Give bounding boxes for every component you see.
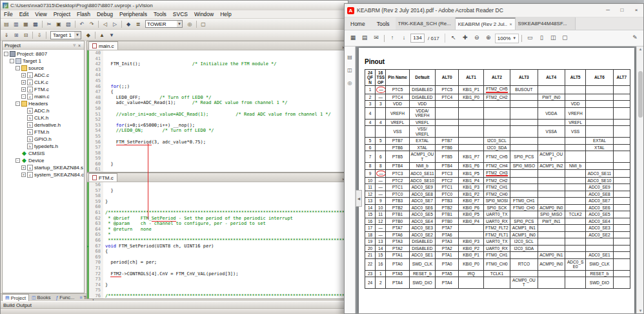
menu-svcs[interactable]: SVCS: [170, 11, 191, 17]
pdf-page[interactable]: Pinout 24 QFN16 TSS OPPin NameDefaultALT…: [359, 48, 634, 313]
code-line[interactable]: 48 LED0_OFF; /* Turn off LED0 */: [87, 95, 347, 101]
tab-functions[interactable]: ƒFunc...: [53, 294, 77, 301]
minimize-button[interactable]: ─: [601, 4, 615, 17]
menu-tools[interactable]: Tools: [150, 11, 170, 17]
code-line[interactable]: 49 adc_value=ADC_Read(1); /* Read ADC va…: [87, 100, 347, 106]
select-tool-icon[interactable]: ↖: [448, 33, 459, 43]
menu-peripherals[interactable]: Peripherals: [116, 11, 150, 17]
document-tab-1[interactable]: KEABRM (Rev 2 Jul...×: [456, 17, 516, 30]
page-thumbnails-icon[interactable]: ▤: [347, 54, 352, 60]
zoom-out-icon[interactable]: ⊖: [472, 33, 482, 43]
zoom-select[interactable]: 100% ▼: [495, 34, 519, 43]
expand-icon[interactable]: -: [10, 59, 14, 63]
close-icon[interactable]: ×: [509, 22, 512, 26]
document-tab-0[interactable]: TRK-KEA8_SCH (Re...: [396, 17, 456, 30]
code-line[interactable]: 74}: [87, 282, 347, 288]
tab-main-c[interactable]: main.c: [88, 41, 118, 50]
code-line[interactable]: 54 //LED0_ON; /* Turn off LED0 */: [87, 128, 347, 134]
code-line[interactable]: 63 * @param ch - channel to configure, p…: [87, 221, 347, 227]
find-in-files-icon[interactable]: ◎: [185, 20, 194, 28]
code-line[interactable]: 50: [87, 106, 347, 112]
tree-item-typedefs-h[interactable]: htypedefs.h: [3, 143, 84, 150]
code-line[interactable]: 57: [87, 145, 347, 151]
load-flash-icon[interactable]: ⇩: [35, 31, 44, 39]
chevron-down-icon[interactable]: ▼: [177, 21, 182, 27]
code-line[interactable]: 71: [87, 266, 347, 271]
previous-page-icon[interactable]: ↑: [387, 33, 397, 43]
expand-icon[interactable]: -: [15, 66, 20, 70]
menu-view[interactable]: View: [32, 11, 50, 17]
tab-home[interactable]: Home: [345, 17, 371, 30]
code-line[interactable]: 76/*************************************…: [87, 293, 347, 299]
code-line[interactable]: 40: [87, 50, 347, 56]
hand-tool-icon[interactable]: ✚: [460, 33, 470, 43]
code-line[interactable]: 44: [87, 72, 347, 78]
code-line[interactable]: 58: [87, 193, 347, 199]
fullscreen-icon[interactable]: ▢: [559, 33, 570, 43]
code-line[interactable]: 41: [87, 56, 347, 62]
single-page-icon[interactable]: ▯: [536, 33, 547, 43]
page-number-input[interactable]: 134: [410, 34, 425, 43]
save-icon[interactable]: ▦: [21, 20, 30, 28]
new-file-icon[interactable]: ▤: [2, 20, 11, 28]
code-line[interactable]: 56: [87, 182, 347, 188]
code-line[interactable]: 62 * @brief FTM_SetPeriod - Set the peri…: [87, 216, 347, 222]
nav-forward-icon[interactable]: ▷: [110, 20, 119, 28]
tab-books[interactable]: ◫Books: [29, 294, 53, 301]
expand-icon[interactable]: +: [21, 73, 26, 78]
expand-icon[interactable]: +: [21, 165, 26, 170]
bookmarks-panel-icon[interactable]: ◫: [347, 67, 352, 73]
code-line[interactable]: 47 {: [87, 89, 347, 95]
code-line[interactable]: 51 //valor_ini=adc_value=ADC_Read(1); /*…: [87, 112, 347, 118]
tree-item-derivative-h[interactable]: hderivative.h: [3, 121, 84, 129]
tree-item-adc-c[interactable]: +cADC.c: [3, 72, 84, 79]
find-input[interactable]: [146, 21, 177, 27]
scrollbar-thumb[interactable]: [638, 71, 643, 118]
menu-file[interactable]: File: [1, 11, 16, 17]
collapse-pane-button[interactable]: ◄: [356, 190, 362, 207]
menu-debug[interactable]: Debug: [94, 11, 116, 17]
attachments-icon[interactable]: ◎: [348, 80, 352, 86]
code-line[interactable]: 59: [87, 156, 347, 162]
uvision-titlebar[interactable]: μ C:\Users\nxa07315\Desktop\Prog\8807\88…: [1, 1, 348, 10]
comment-icon[interactable]: ≣: [134, 20, 143, 28]
close-icon[interactable]: ×: [77, 43, 82, 48]
tree-item-clk-h[interactable]: hCLK.h: [3, 114, 84, 121]
vertical-scrollbar[interactable]: ▲ ▼: [636, 47, 643, 313]
paste-icon[interactable]: ▧: [64, 20, 73, 28]
tree-item-clk-c[interactable]: +cCLK.c: [3, 79, 84, 86]
code-line[interactable]: 60 }: [87, 162, 347, 167]
acrobat-titlebar[interactable]: A KEABRM (Rev 2 July 2014).pdf - Adobe A…: [345, 4, 643, 17]
code-line[interactable]: 65 *: [87, 232, 347, 238]
code-line[interactable]: 64 * @return none: [87, 227, 347, 233]
code-line[interactable]: 46 for(;;): [87, 84, 347, 90]
code-line[interactable]: 75: [87, 288, 347, 293]
redo-icon[interactable]: ↷: [87, 20, 96, 28]
comment-icon[interactable]: ✎: [630, 33, 640, 43]
code-line[interactable]: 68{: [87, 249, 347, 255]
expand-icon[interactable]: -: [4, 52, 8, 56]
expand-icon[interactable]: -: [15, 101, 20, 106]
build-icon[interactable]: ⊞: [12, 31, 21, 39]
tree-item-target-1[interactable]: -Target 1: [3, 58, 84, 65]
maximize-button[interactable]: □: [615, 4, 629, 17]
chevron-down-icon[interactable]: ▼: [512, 36, 516, 40]
undo-icon[interactable]: ↶: [77, 20, 86, 28]
nav-back-icon[interactable]: ◁: [101, 20, 110, 28]
expand-icon[interactable]: -: [15, 158, 20, 163]
tree-item-ftm-h[interactable]: hFTM.h: [3, 129, 84, 136]
tree-item-cmsis[interactable]: ◆CMSIS: [3, 150, 84, 157]
expand-icon[interactable]: -: [21, 94, 26, 99]
code-line[interactable]: 61: [87, 167, 347, 172]
scrolling-mode-icon[interactable]: ▭: [525, 33, 535, 43]
menu-help[interactable]: Help: [217, 11, 234, 17]
code-line[interactable]: 69: [87, 255, 347, 260]
cut-icon[interactable]: ✂: [45, 20, 54, 28]
save-icon[interactable]: ▦: [348, 33, 358, 43]
tree-item-device[interactable]: -◆Device: [3, 157, 84, 164]
zoom-in-icon[interactable]: ⊕: [483, 33, 494, 43]
code-area-ftm-c[interactable]: 5657 }5859}6061/************************…: [87, 182, 347, 298]
menu-window[interactable]: Window: [191, 11, 217, 17]
menu-edit[interactable]: Edit: [16, 11, 32, 17]
scroll-up-icon[interactable]: ▲: [637, 47, 643, 51]
